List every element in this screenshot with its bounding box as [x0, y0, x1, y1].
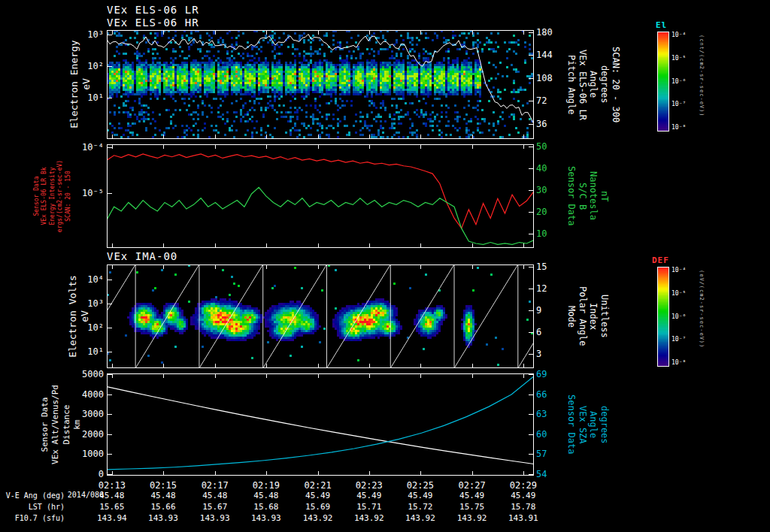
p1-right-tick-label: 144	[536, 50, 569, 60]
row-label: LST (hr)	[0, 503, 65, 511]
row-value: 15.75	[454, 502, 490, 512]
p1-left-tick-label: 10³	[72, 29, 104, 40]
p4-right-tick-label: 54	[536, 469, 569, 479]
p3-left-tick-label: 10⁴	[72, 274, 104, 285]
axis-title-line: Index	[588, 303, 599, 330]
time-tick-label: 02:23	[353, 480, 386, 491]
panel4-right-axis-title: Sensor Data VEx SZA Angle degrees	[565, 373, 609, 476]
cb2-tick-label: 10⁻⁶	[671, 313, 686, 320]
p4-right-tick-label: 69	[536, 369, 569, 379]
p2-left-tick-label: 10⁻⁵	[72, 188, 104, 198]
time-tick-label: 02:13	[95, 480, 129, 491]
panel3-title: VEx IMA-00	[107, 250, 177, 262]
cb1-tick-label: 10⁻⁵	[671, 55, 686, 62]
panel3-left-axis-title: Electron Volts eV	[67, 275, 92, 358]
axis-title-line: VEx ELS-06 LR	[577, 50, 587, 120]
axis-title-line: S/C B	[577, 183, 587, 210]
row-value: 15.68	[248, 502, 284, 512]
p4-left-tick-label: 5000	[72, 369, 104, 379]
panel2-right-axis-title: Sensor Data S/C B Nanotesla nT	[565, 144, 609, 248]
panel3-right-axis-title: Mode Polar Angle Index Unitless	[565, 264, 609, 368]
cb2-tick-label: 10⁻⁸	[671, 359, 686, 366]
ima-spectrogram-canvas	[107, 264, 534, 368]
time-tick-label: 02:27	[456, 480, 489, 491]
row-value: 45.49	[402, 491, 438, 500]
els-spectrogram-canvas	[107, 30, 534, 139]
axis-title-line: Electron Volts	[67, 275, 79, 358]
p4-right-tick-label: 57	[536, 449, 569, 459]
p4-left-tick-label: 3000	[72, 409, 104, 419]
row-value: 143.93	[197, 513, 233, 523]
p3-right-tick-label: 12	[536, 283, 569, 294]
row-value: 143.92	[454, 513, 490, 523]
colorbar-ima-title: DEF	[652, 255, 669, 265]
row-value: 15.66	[145, 502, 181, 512]
p3-left-tick-label: 10¹	[72, 346, 104, 357]
p2-left-tick-label: 10⁻⁴	[72, 142, 104, 153]
cb1-tick-label: 10⁻⁶	[671, 78, 686, 85]
p3-left-tick-label: 10³	[72, 298, 104, 309]
row-value: 45.49	[454, 491, 490, 500]
row-value: 45.48	[94, 491, 130, 500]
time-tick-label: 02:15	[147, 480, 180, 491]
axis-title-line: VEx ELS-06 LR Bk	[41, 160, 48, 232]
row-value: 143.92	[300, 513, 336, 523]
row-value: 15.65	[94, 502, 130, 512]
axis-title-line: Sensor Data	[565, 166, 576, 225]
p4-left-tick-label: 1000	[72, 449, 104, 459]
axis-title-line: Nanotesla	[588, 171, 599, 220]
row-value: 15.69	[300, 502, 336, 512]
axis-title-line: SCAN: 20 - 300	[610, 47, 620, 122]
panel1-right-axis-title: Pitch Angle VEx ELS-06 LR Angle degrees …	[565, 30, 620, 139]
p3-right-tick-label: 15	[536, 261, 569, 272]
row-value: 45.49	[351, 491, 387, 500]
axis-title-line: degrees	[599, 65, 609, 104]
p4-right-tick-label: 66	[536, 389, 569, 400]
axis-title-line: VEx SZA	[577, 406, 587, 444]
cb1-tick-label: 10⁻⁴	[671, 32, 686, 38]
axis-title-line: eV	[79, 275, 91, 358]
p2-right-tick-label: 30	[536, 185, 569, 195]
axis-title-line: eV	[80, 40, 92, 128]
p4-left-tick-label: 0	[72, 469, 104, 479]
axis-title-line: Angle	[588, 71, 599, 98]
axis-title-line: degrees	[599, 406, 609, 444]
p2-right-tick-label: 50	[536, 141, 569, 152]
p1-right-tick-label: 108	[536, 73, 569, 83]
axis-title-line: Energy Intensity	[49, 160, 56, 232]
row-value: 45.49	[505, 491, 541, 500]
axis-title-line: Angle	[588, 411, 599, 438]
axis-title-line: ergs/(cm2-sr-sec-eV)	[56, 160, 64, 232]
cb2-tick-label: 10⁻⁷	[671, 336, 686, 343]
p1-right-tick-label: 36	[536, 119, 569, 129]
axis-title-line: Distance	[62, 385, 72, 464]
row-value: 143.93	[248, 513, 284, 523]
row-label: F10.7 (sfu)	[0, 514, 65, 522]
panel2-left-axis-title: Sensor Data VEx ELS-06 LR Bk Energy Inte…	[33, 160, 72, 232]
panel1-left-axis-title: Electron Energy eV	[68, 40, 93, 128]
p3-right-tick-label: 9	[536, 305, 569, 316]
row-value: 143.92	[351, 513, 387, 523]
row-value: 45.48	[145, 491, 181, 500]
colorbar-els-unit: (cnt/(cm2-sr-sec-eV))	[699, 35, 705, 117]
time-tick-label: 02:21	[302, 480, 335, 491]
row-value: 45.48	[248, 491, 284, 500]
colorbar-els-strip	[657, 32, 669, 131]
row-value: 45.48	[197, 491, 233, 500]
time-tick-label: 02:17	[199, 480, 232, 491]
panel1-title-line1: VEx ELS-06 LR	[107, 4, 199, 16]
intensity-bfield-plot-canvas	[107, 144, 534, 248]
axis-title-line: Sensor Data	[40, 385, 50, 464]
row-value: 15.71	[351, 502, 387, 512]
p3-right-tick-label: 6	[536, 327, 569, 337]
colorbar-ima-unit: (eV/(cm2-sr-sec-eV))	[699, 270, 705, 348]
row-value: 15.67	[197, 502, 233, 512]
p3-left-tick-label: 10²	[72, 322, 104, 333]
p2-right-tick-label: 40	[536, 163, 569, 174]
colorbar-ima-strip	[657, 267, 669, 367]
time-tick-label: 02:25	[404, 480, 437, 491]
p3-right-tick-label: 3	[536, 349, 569, 359]
axis-title-line: VEx Alt/Venus/Pd	[51, 385, 62, 464]
cb1-tick-label: 10⁻⁷	[671, 101, 686, 107]
axis-title-line: Electron Energy	[68, 40, 80, 128]
